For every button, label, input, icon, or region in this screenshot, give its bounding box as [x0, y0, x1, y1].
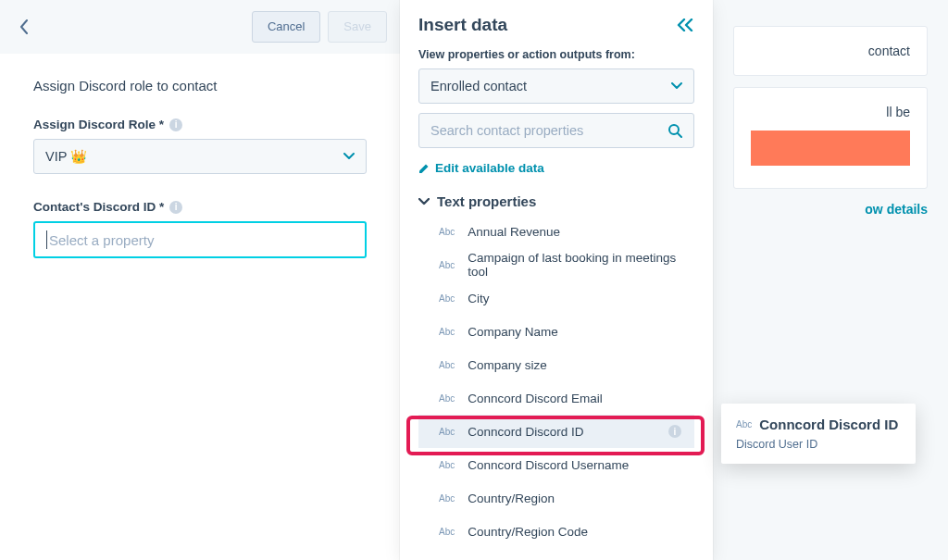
flyout-header: Insert data: [418, 15, 694, 35]
type-abc-icon: Abc: [439, 293, 455, 304]
property-row[interactable]: AbcConncord Discord IDi: [418, 415, 694, 448]
property-label: Company size: [468, 358, 547, 372]
property-row[interactable]: AbcAnnual Revenue: [418, 215, 694, 248]
source-select-value: Enrolled contact: [430, 79, 527, 93]
text-cursor: [46, 230, 47, 249]
search-placeholder: Search contact properties: [430, 123, 583, 138]
property-label: Country/Region Code: [468, 525, 588, 539]
type-abc-icon: Abc: [439, 460, 455, 470]
property-list: AbcAnnual RevenueAbcCampaign of last boo…: [418, 215, 694, 548]
type-abc-icon: Abc: [439, 427, 455, 437]
property-label: Conncord Discord ID: [468, 425, 583, 439]
property-row[interactable]: AbcConncord Discord Username: [418, 448, 694, 481]
panel-title: Assign Discord role to contact: [33, 78, 367, 93]
preview-text-2: ll be: [751, 105, 910, 119]
flyout-subtitle: View properties or action outputs from:: [418, 48, 694, 61]
property-label: Annual Revenue: [468, 225, 560, 239]
caret-down-icon: [671, 82, 682, 90]
property-row[interactable]: AbcCountry/Region Code: [418, 515, 694, 548]
property-label: Company Name: [468, 325, 558, 339]
primary-action-button[interactable]: [751, 131, 910, 166]
source-select[interactable]: Enrolled contact: [418, 68, 694, 104]
tooltip-description: Discord User ID: [736, 438, 901, 451]
property-row[interactable]: AbcCampaign of last booking in meetings …: [418, 248, 694, 281]
preview-card-2: ll be: [733, 87, 928, 189]
type-abc-icon: Abc: [439, 260, 455, 270]
config-panel: Cancel Save Assign Discord role to conta…: [0, 0, 400, 560]
property-label: Conncord Discord Username: [468, 458, 629, 472]
config-body: Assign Discord role to contact Assign Di…: [0, 54, 400, 277]
flyout-title: Insert data: [418, 15, 507, 35]
svg-line-1: [678, 133, 681, 137]
property-row[interactable]: AbcCity: [418, 281, 694, 315]
property-row[interactable]: AbcConncord Discord Email: [418, 381, 694, 415]
role-select-value: VIP 👑: [45, 149, 87, 165]
right-preview-column: contact ll be ow details: [713, 0, 948, 560]
edit-available-data-link[interactable]: Edit available data: [418, 161, 694, 175]
back-button[interactable]: [13, 16, 35, 38]
property-label: Conncord Discord Email: [468, 392, 603, 405]
role-field-label: Assign Discord Role * i: [33, 118, 367, 131]
group-header-text: Text properties: [437, 193, 536, 209]
type-abc-icon: Abc: [439, 360, 455, 370]
property-row[interactable]: AbcCountry/Region: [418, 481, 694, 515]
type-abc-icon: Abc: [439, 527, 455, 537]
role-select[interactable]: VIP 👑: [33, 139, 367, 174]
edit-link-text: Edit available data: [435, 161, 544, 175]
type-abc-icon: Abc: [736, 419, 752, 429]
config-header: Cancel Save: [0, 0, 400, 54]
property-row[interactable]: AbcCompany Name: [418, 315, 694, 348]
property-row[interactable]: AbcCompany size: [418, 348, 694, 381]
type-abc-icon: Abc: [439, 227, 455, 237]
chevron-left-icon: [19, 19, 29, 34]
type-abc-icon: Abc: [439, 327, 455, 337]
preview-text-1: contact: [751, 44, 910, 58]
save-button[interactable]: Save: [328, 11, 387, 43]
type-abc-icon: Abc: [439, 493, 455, 504]
property-tooltip: Abc Conncord Discord ID Discord User ID: [721, 404, 916, 464]
collapse-button[interactable]: [676, 19, 694, 31]
cancel-button[interactable]: Cancel: [252, 11, 320, 43]
chevron-down-icon: [418, 198, 430, 205]
property-label: Country/Region: [468, 492, 555, 505]
search-icon: [667, 123, 682, 138]
preview-card-1: contact: [733, 26, 928, 76]
info-icon[interactable]: i: [169, 118, 182, 131]
show-details-link[interactable]: ow details: [733, 202, 928, 217]
pencil-icon: [418, 163, 430, 174]
insert-data-flyout: Insert data View properties or action ou…: [400, 0, 713, 560]
property-label: Campaign of last booking in meetings too…: [468, 251, 694, 279]
property-label: City: [468, 292, 489, 305]
discord-id-field-label: Contact's Discord ID * i: [33, 200, 367, 214]
discord-id-input[interactable]: Select a property: [33, 221, 367, 258]
info-icon[interactable]: i: [169, 201, 182, 214]
double-chevron-left-icon: [676, 19, 694, 31]
property-group-header[interactable]: Text properties: [418, 193, 694, 209]
type-abc-icon: Abc: [439, 393, 455, 404]
search-input[interactable]: Search contact properties: [418, 113, 694, 148]
caret-down-icon: [343, 153, 355, 160]
role-label-text: Assign Discord Role *: [33, 118, 164, 131]
info-icon[interactable]: i: [668, 425, 681, 438]
tooltip-title: Conncord Discord ID: [759, 417, 898, 432]
discord-id-label-text: Contact's Discord ID *: [33, 200, 164, 214]
discord-id-placeholder: Select a property: [49, 232, 154, 248]
